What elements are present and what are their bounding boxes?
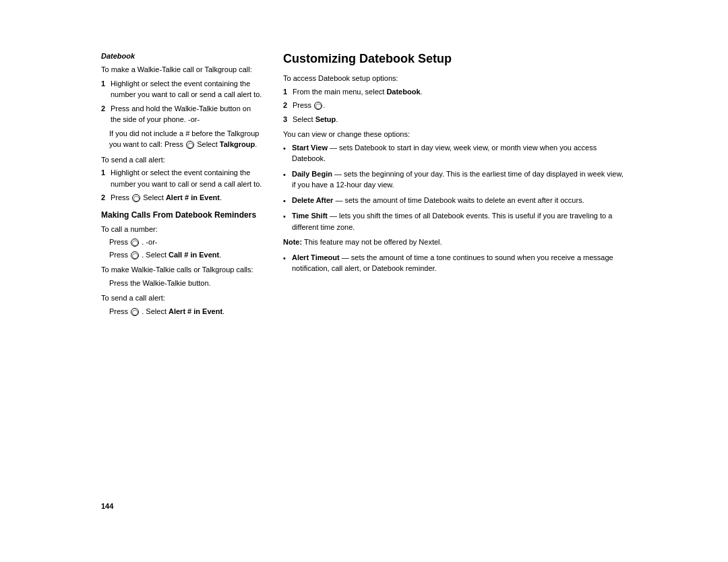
bullet-icon: • xyxy=(283,143,289,164)
step2-cont: Select Alert # in Event. xyxy=(143,193,222,201)
step-text: Highlight or select the event containing… xyxy=(111,167,263,189)
view-change-label: You can view or change these options: xyxy=(283,129,627,140)
ok-icon: ◯ xyxy=(314,102,322,110)
press-select-line: Press ◯ . Select Call # in Event. xyxy=(101,249,263,261)
step-num: 3 xyxy=(283,114,290,125)
step-num: 2 xyxy=(101,192,108,204)
step-text: Select Setup. xyxy=(293,114,627,125)
step-1-send: 1 Highlight or select the event containi… xyxy=(101,167,263,189)
step-2-send: 2 Press ◯ Select Alert # in Event. xyxy=(101,192,263,204)
step-text: From the main menu, select Datebook. xyxy=(293,86,627,98)
left-column: Datebook To make a Walkie-Talkie call or… xyxy=(101,52,263,493)
press-alert-line: Press ◯ . Select Alert # in Event. xyxy=(101,306,263,317)
content-area: Datebook To make a Walkie-Talkie call or… xyxy=(101,52,627,493)
bullet-icon: • xyxy=(283,253,289,274)
press-or-line: Press ◯ . -or- xyxy=(101,237,263,248)
step-num: 1 xyxy=(101,78,108,100)
bullet-daily-begin: • Daily Begin — sets the beginning of yo… xyxy=(283,168,627,191)
right-step-1: 1 From the main menu, select Datebook. xyxy=(283,86,627,98)
menu-icon-3: ◯ xyxy=(131,308,139,316)
step-num: 2 xyxy=(101,103,108,125)
bullet-delete-after: • Delete After — sets the amount of time… xyxy=(283,195,627,207)
step-text: Press ◯. xyxy=(293,100,627,111)
step-num: 2 xyxy=(283,100,290,111)
bullet-start-view: • Start View — sets Datebook to start in… xyxy=(283,142,627,164)
bullet-alert-timeout: • Alert Timeout — sets the amount of tim… xyxy=(283,252,627,274)
bullet-icon: • xyxy=(283,169,289,191)
to-send-label: To send a call alert: xyxy=(101,292,263,304)
step-text: Highlight or select the event containing… xyxy=(111,78,263,100)
step-text: Press ◯ Select Alert # in Event. xyxy=(111,192,263,204)
access-label: To access Datebook setup options: xyxy=(283,73,627,84)
if-no-hash-cont: Select Talkgroup. xyxy=(197,140,257,148)
right-heading: Customizing Datebook Setup xyxy=(283,52,627,66)
to-walkie-label: To make Walkie-Talkie calls or Talkgroup… xyxy=(101,264,263,276)
right-step-3: 3 Select Setup. xyxy=(283,114,627,125)
bullet-icon: • xyxy=(283,211,289,232)
bullet-content: Daily Begin — sets the beginning of your… xyxy=(292,168,627,191)
note-item: Note: This feature may not be offered by… xyxy=(283,237,627,248)
menu-icon: ◯ xyxy=(132,194,140,202)
section2-heading: Making Calls From Datebook Reminders xyxy=(101,210,263,220)
send-icon: ◯ xyxy=(131,239,139,247)
right-step-2: 2 Press ◯. xyxy=(283,100,627,111)
to-call-label: To call a number: xyxy=(101,224,263,235)
bullet-content: Delete After — sets the amount of time D… xyxy=(292,195,627,207)
bullet-time-shift: • Time Shift — lets you shift the times … xyxy=(283,210,627,232)
step-text: Press and hold the Walkie-Talkie button … xyxy=(111,103,263,125)
send-call-label: To send a call alert: xyxy=(101,154,263,166)
section-label: Datebook xyxy=(101,52,263,60)
if-no-hash: If you did not include a # before the Ta… xyxy=(101,128,263,150)
step-num: 1 xyxy=(101,167,108,189)
page-container: Datebook To make a Walkie-Talkie call or… xyxy=(101,52,627,510)
menu-icon: ◯ xyxy=(186,141,194,149)
bullet-content: Time Shift — lets you shift the times of… xyxy=(292,210,627,232)
press-walkie-line: Press the Walkie-Talkie button. xyxy=(101,278,263,289)
right-column: Customizing Datebook Setup To access Dat… xyxy=(283,52,627,493)
bullet-content: Start View — sets Datebook to start in d… xyxy=(292,142,627,164)
bullet-icon: • xyxy=(283,195,289,207)
bullet-content: Alert Timeout — sets the amount of time … xyxy=(292,252,627,274)
page-number: 144 xyxy=(101,502,627,510)
step-1-walkie: 1 Highlight or select the event containi… xyxy=(101,78,263,100)
menu-icon-2: ◯ xyxy=(131,251,139,259)
step-num: 1 xyxy=(283,86,290,98)
step-2-walkie: 2 Press and hold the Walkie-Talkie butto… xyxy=(101,103,263,125)
walkie-intro: To make a Walkie-Talkie call or Talkgrou… xyxy=(101,64,263,75)
